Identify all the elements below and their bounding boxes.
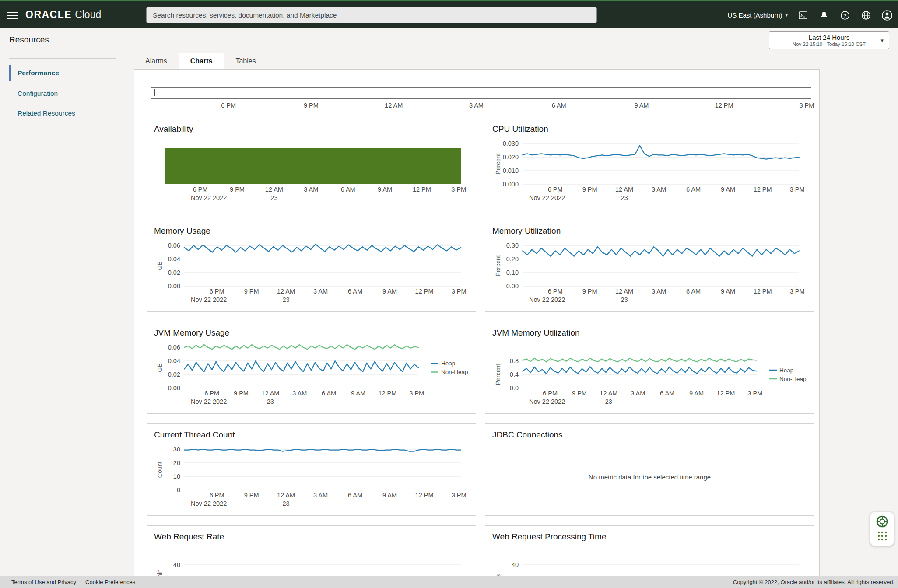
svg-text:0.10: 0.10 bbox=[506, 269, 519, 276]
chart-canvas: 6 PM9 PM12 AM3 AM6 AM9 AM12 PM3 PMNov 22… bbox=[147, 118, 476, 210]
tab-label: Alarms bbox=[145, 57, 167, 65]
y-axis-label: Percent bbox=[495, 255, 502, 276]
chart-card-cpu-utilization: CPU Utilization0.0300.0200.0100.000Perce… bbox=[485, 118, 814, 210]
brush-handle-left[interactable] bbox=[152, 89, 155, 96]
svg-text:6 PM: 6 PM bbox=[543, 390, 558, 397]
svg-text:9 PM: 9 PM bbox=[572, 390, 587, 397]
brush-axis-label: 3 PM bbox=[800, 102, 814, 109]
svg-text:9 PM: 9 PM bbox=[230, 186, 245, 193]
tab-tables[interactable]: Tables bbox=[224, 53, 267, 69]
svg-text:0.02: 0.02 bbox=[168, 269, 180, 276]
time-range-selector[interactable]: Last 24 Hours Nov 22 15:10 - Today 15:10… bbox=[769, 32, 889, 49]
svg-text:12 AM: 12 AM bbox=[277, 492, 295, 499]
help-ring-icon[interactable] bbox=[870, 514, 894, 530]
svg-text:6 AM: 6 AM bbox=[322, 390, 336, 397]
chevron-down-icon: ▾ bbox=[880, 37, 884, 44]
svg-text:12 PM: 12 PM bbox=[754, 288, 772, 295]
top-header: ORACLECloud US East (Ashburn) ▾ ? bbox=[0, 0, 898, 28]
svg-text:3 PM: 3 PM bbox=[452, 492, 467, 499]
svg-text:Nov 22 2022: Nov 22 2022 bbox=[191, 296, 227, 303]
notifications-bell-icon[interactable] bbox=[818, 10, 830, 21]
svg-text:0.04: 0.04 bbox=[168, 256, 180, 262]
user-avatar[interactable] bbox=[881, 10, 893, 21]
svg-text:?: ? bbox=[843, 12, 846, 18]
svg-text:12 AM: 12 AM bbox=[261, 390, 279, 397]
svg-text:6 PM: 6 PM bbox=[204, 390, 219, 397]
brush-axis-label: 9 AM bbox=[634, 102, 649, 109]
svg-text:0.06: 0.06 bbox=[168, 242, 180, 249]
svg-text:9 PM: 9 PM bbox=[582, 288, 597, 295]
charts-grid: Availability6 PM9 PM12 AM3 AM6 AM9 AM12 … bbox=[147, 118, 814, 588]
svg-text:23: 23 bbox=[621, 296, 628, 303]
time-range-detail: Nov 22 15:10 - Today 15:10 CST bbox=[769, 42, 889, 47]
sidebar-item-label: Related Resources bbox=[18, 109, 75, 117]
sidebar-item-label: Performance bbox=[18, 69, 59, 77]
svg-text:12 PM: 12 PM bbox=[415, 288, 434, 295]
svg-text:9 AM: 9 AM bbox=[382, 288, 397, 295]
footer-link-terms[interactable]: Terms of Use and Privacy bbox=[11, 579, 76, 585]
header-right-cluster: US East (Ashburn) ▾ ? bbox=[727, 1, 893, 29]
svg-text:3 PM: 3 PM bbox=[451, 186, 466, 193]
brush-handle-right[interactable] bbox=[807, 89, 810, 96]
footer-link-cookies[interactable]: Cookie Preferences bbox=[85, 579, 135, 585]
svg-text:9 AM: 9 AM bbox=[382, 492, 397, 499]
tab-label: Charts bbox=[190, 57, 213, 65]
chart-card-memory-usage: Memory Usage0.060.040.020.00GB6 PM9 PM12… bbox=[147, 220, 476, 312]
svg-text:9 AM: 9 AM bbox=[689, 390, 704, 397]
brush-axis-label: 12 AM bbox=[385, 102, 403, 109]
svg-text:23: 23 bbox=[283, 500, 290, 507]
app-grid-icon[interactable] bbox=[870, 530, 894, 543]
svg-text:6 PM: 6 PM bbox=[193, 186, 208, 193]
svg-text:0.0: 0.0 bbox=[510, 385, 519, 392]
svg-text:23: 23 bbox=[621, 194, 628, 201]
svg-text:0.04: 0.04 bbox=[168, 357, 180, 364]
tab-charts[interactable]: Charts bbox=[179, 53, 224, 69]
chart-card-current-thread-count: Current Thread Count3020100Count6 PM9 PM… bbox=[147, 424, 476, 516]
chart-canvas: 0.0300.0200.0100.000Percent6 PM9 PM12 AM… bbox=[485, 118, 814, 210]
svg-text:12 PM: 12 PM bbox=[415, 492, 434, 499]
help-icon[interactable]: ? bbox=[839, 10, 851, 21]
tab-alarms[interactable]: Alarms bbox=[134, 53, 179, 69]
svg-text:0.02: 0.02 bbox=[168, 371, 180, 378]
region-selector[interactable]: US East (Ashburn) ▾ bbox=[727, 11, 788, 19]
sidebar-item-performance[interactable]: Performance bbox=[9, 65, 119, 81]
svg-text:3 AM: 3 AM bbox=[313, 492, 328, 499]
logo-oracle-text: ORACLE bbox=[25, 9, 72, 20]
y-axis-label: Percent bbox=[495, 153, 502, 174]
svg-text:9 AM: 9 AM bbox=[721, 186, 735, 193]
time-range-brush[interactable] bbox=[151, 87, 811, 99]
svg-text:12 AM: 12 AM bbox=[615, 186, 633, 193]
svg-text:Nov 22 2022: Nov 22 2022 bbox=[191, 398, 227, 405]
chart-card-jdbc-connections: JDBC ConnectionsNo metric data for the s… bbox=[485, 424, 814, 516]
sidebar-item-configuration[interactable]: Configuration bbox=[9, 85, 119, 102]
chart-canvas: 0.300.200.100.00Percent6 PM9 PM12 AM3 AM… bbox=[485, 220, 814, 312]
svg-text:0.010: 0.010 bbox=[503, 167, 519, 174]
svg-text:6 AM: 6 AM bbox=[341, 186, 355, 193]
oracle-logo: ORACLECloud bbox=[25, 9, 101, 21]
chart-canvas: 0.80.40.0PercentHeapNon-Heap6 PM9 PM12 A… bbox=[485, 322, 814, 414]
svg-text:3 AM: 3 AM bbox=[304, 186, 318, 193]
cloud-shell-icon[interactable] bbox=[797, 10, 809, 21]
brush-axis-label: 3 AM bbox=[469, 102, 484, 109]
svg-text:Nov 22 2022: Nov 22 2022 bbox=[529, 398, 565, 405]
chart-canvas: 0.060.040.020.00GB6 PM9 PM12 AM3 AM6 AM9… bbox=[147, 220, 476, 312]
svg-text:12 AM: 12 AM bbox=[600, 390, 617, 397]
svg-text:9 PM: 9 PM bbox=[244, 492, 259, 499]
svg-text:0: 0 bbox=[177, 486, 180, 494]
sidebar-divider bbox=[9, 58, 116, 59]
language-globe-icon[interactable] bbox=[860, 10, 872, 21]
svg-text:0.20: 0.20 bbox=[506, 256, 519, 262]
chart-title: JDBC Connections bbox=[492, 430, 563, 440]
footer-copyright: Copyright © 2022, Oracle and/or its affi… bbox=[733, 579, 894, 585]
hamburger-menu-icon[interactable] bbox=[7, 10, 18, 20]
svg-text:6 PM: 6 PM bbox=[548, 186, 563, 193]
chart-canvas: 0.060.040.020.00GBHeapNon-Heap6 PM9 PM12… bbox=[147, 322, 476, 414]
svg-text:0.030: 0.030 bbox=[503, 140, 519, 147]
global-search-input[interactable] bbox=[146, 7, 597, 23]
chart-card-jvm-memory-usage: JVM Memory Usage0.060.040.020.00GBHeapNo… bbox=[147, 322, 476, 414]
chart-card-availability: Availability6 PM9 PM12 AM3 AM6 AM9 AM12 … bbox=[147, 118, 476, 210]
empty-chart-message: No metric data for the selected time ran… bbox=[485, 473, 814, 481]
charts-panel: 6 PM9 PM12 AM3 AM6 AM9 AM12 PM3 PM Avail… bbox=[134, 69, 820, 588]
sidebar-item-related-resources[interactable]: Related Resources bbox=[9, 105, 119, 122]
svg-text:3 AM: 3 AM bbox=[652, 288, 666, 295]
